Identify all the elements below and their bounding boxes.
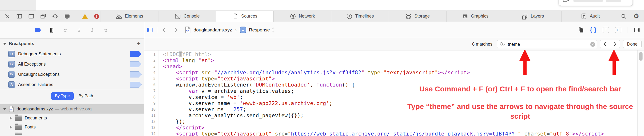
- tab-layers[interactable]: Layers: [504, 11, 562, 22]
- breakpoint-badge-icon: D: [8, 51, 15, 57]
- breakpoint-label: Assertion Failures: [18, 82, 53, 87]
- code-line-13: 13 </script>: [144, 125, 644, 131]
- char-token-icon[interactable]: C: [615, 27, 621, 33]
- next-match-button[interactable]: [610, 40, 620, 48]
- tab-elements[interactable]: Elements: [100, 11, 158, 22]
- code-line-14: 14 <script type="text/javascript" src="h…: [144, 131, 644, 136]
- breadcrumb-resource[interactable]: Response: [249, 27, 270, 33]
- tab-graphics[interactable]: Graphics: [446, 11, 504, 22]
- layers-icon: [522, 13, 528, 19]
- back-button[interactable]: [162, 26, 167, 34]
- line-number[interactable]: 8: [144, 94, 158, 100]
- tab-audit[interactable]: Audit: [562, 11, 619, 22]
- breakpoint-flag-toggle[interactable]: [130, 51, 142, 57]
- line-number[interactable]: 4: [144, 70, 158, 76]
- console-icon: [174, 13, 181, 19]
- line-number[interactable]: 11: [144, 113, 158, 119]
- filter-by-path-button[interactable]: By Path: [78, 94, 93, 99]
- tab-label: Network: [299, 14, 315, 19]
- line-number[interactable]: 14: [144, 131, 158, 136]
- resource-stepper-icon[interactable]: [272, 26, 275, 33]
- breakpoint-item-assertion-failures[interactable]: AAssertion Failures: [0, 79, 144, 90]
- tab-console[interactable]: Console: [158, 11, 216, 22]
- close-icon[interactable]: [4, 13, 10, 19]
- breadcrumb-site[interactable]: douglasadams.xyz: [194, 27, 232, 33]
- breadcrumb-separator: ›: [235, 27, 236, 33]
- line-number[interactable]: 2: [144, 58, 158, 64]
- pretty-print-braces-icon[interactable]: { }: [590, 26, 597, 33]
- toggle-left-sidebar-icon[interactable]: [146, 27, 154, 33]
- breakpoints-flag-icon[interactable]: [35, 27, 42, 33]
- line-number[interactable]: 1: [144, 51, 158, 58]
- pause-icon[interactable]: [49, 27, 55, 33]
- display-icon[interactable]: [64, 13, 70, 19]
- line-number[interactable]: 7: [144, 88, 158, 94]
- line-number[interactable]: 10: [144, 107, 158, 113]
- forward-button[interactable]: [173, 26, 178, 34]
- line-number[interactable]: 5: [144, 76, 158, 82]
- tree-item-fonts[interactable]: Fonts: [0, 123, 144, 132]
- filter-by-type-button[interactable]: By Type: [51, 92, 74, 100]
- breakpoint-badge-icon: A: [8, 81, 15, 88]
- type-token-icon[interactable]: T: [603, 27, 609, 33]
- breakpoint-item-debugger-statements[interactable]: DDebugger Statements: [0, 49, 144, 59]
- add-breakpoint-button[interactable]: +: [137, 40, 140, 47]
- annotation-line-2: Type “theme” and use the arrows to navig…: [400, 102, 641, 121]
- line-number[interactable]: 3: [144, 64, 158, 70]
- step-into-icon[interactable]: [76, 27, 82, 33]
- disclosure-down-icon[interactable]: [3, 43, 6, 45]
- svg-text:<>: <>: [10, 109, 12, 111]
- disclosure-down-icon[interactable]: [3, 108, 6, 110]
- floating-popover-cutoff: [558, 0, 633, 6]
- search-magnifier-icon[interactable]: [499, 42, 506, 47]
- tab-network[interactable]: Network: [274, 11, 331, 22]
- network-icon: [290, 13, 296, 19]
- scrollbar-thumb[interactable]: [639, 52, 642, 61]
- tab-timelines[interactable]: Timelines: [331, 11, 389, 22]
- breakpoint-filter-row: By Type By Path: [0, 90, 144, 102]
- disclosure-right-icon[interactable]: [10, 126, 12, 129]
- breakpoint-flag-toggle[interactable]: [130, 71, 142, 78]
- pane-left-icon[interactable]: [16, 13, 22, 19]
- code-line-4: 4 <script src="//archive.org/includes/an…: [144, 70, 644, 76]
- line-number[interactable]: 13: [144, 125, 158, 131]
- cascade-windows-icon[interactable]: [40, 13, 46, 19]
- step-next-icon[interactable]: [102, 27, 109, 33]
- clear-search-icon[interactable]: ✕: [590, 42, 595, 47]
- tree-root-douglasadams[interactable]: <> douglasadams.xyz — web.archive.org: [0, 104, 144, 114]
- done-button[interactable]: Done: [623, 40, 642, 48]
- gutter-divider: [158, 50, 158, 136]
- breakpoint-item-uncaught-exceptions[interactable]: ExUncaught Exceptions: [0, 69, 144, 79]
- line-number[interactable]: 12: [144, 119, 158, 125]
- line-number[interactable]: 6: [144, 82, 158, 88]
- disclosure-right-icon[interactable]: [10, 117, 12, 120]
- tree-row-partial: [0, 133, 144, 135]
- content-navbar: <> douglasadams.xyz › Response: [144, 22, 644, 38]
- pane-right-icon[interactable]: [28, 13, 34, 19]
- find-field[interactable]: ✕: [497, 40, 597, 48]
- find-input[interactable]: [507, 40, 582, 48]
- tab-bar: ElementsConsoleSourcesNetworkTimelinesSt…: [100, 11, 619, 22]
- tree-item-documents[interactable]: Documents: [0, 114, 144, 123]
- folder-icon: [15, 116, 22, 121]
- gear-icon[interactable]: ⚙: [633, 13, 639, 19]
- line-number[interactable]: 9: [144, 100, 158, 107]
- step-over-icon[interactable]: [62, 27, 69, 33]
- breakpoint-item-all-exceptions[interactable]: ExAll Exceptions: [0, 59, 144, 69]
- tree-item-label: Fonts: [25, 125, 36, 130]
- search-icon[interactable]: [620, 13, 627, 19]
- toggle-right-sidebar-icon[interactable]: [633, 27, 640, 33]
- breakpoint-flag-toggle[interactable]: [130, 82, 142, 88]
- copy-document-icon[interactable]: [578, 26, 584, 33]
- previous-match-button[interactable]: [600, 40, 610, 48]
- breakpoint-flag-toggle[interactable]: [130, 61, 142, 67]
- tab-label: Sources: [241, 14, 257, 19]
- tab-sources[interactable]: Sources: [216, 11, 274, 22]
- resources-tree: <> douglasadams.xyz — web.archive.org Do…: [0, 102, 144, 135]
- safari-web-inspector: ElementsConsoleSourcesNetworkTimelinesSt…: [0, 0, 644, 136]
- code-line-5: 5 <script type="text/javascript">: [144, 76, 644, 82]
- annotation-text: Use Command + F (or) Ctrl + F to open th…: [400, 84, 641, 121]
- element-picker-icon[interactable]: [52, 13, 58, 19]
- step-out-icon[interactable]: [89, 27, 95, 33]
- tab-storage[interactable]: Storage: [389, 11, 446, 22]
